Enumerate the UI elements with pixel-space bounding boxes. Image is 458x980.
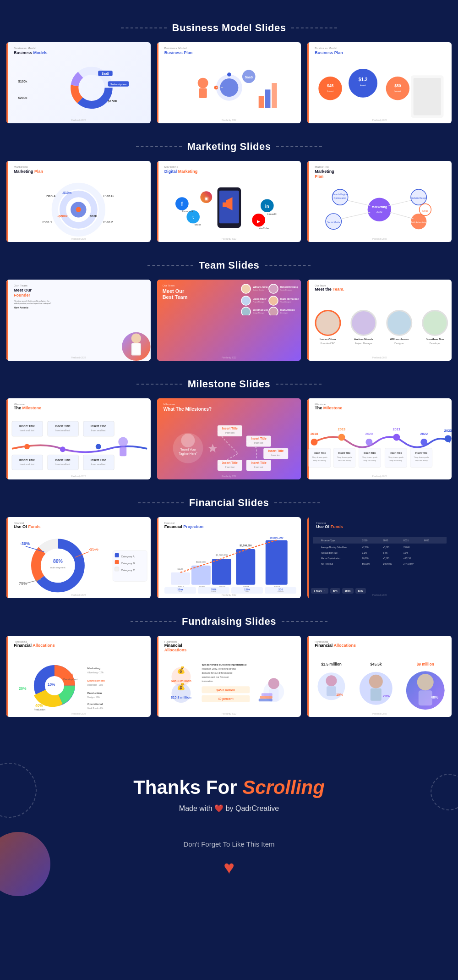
svg-text:SaaS: SaaS [245, 76, 253, 79]
svg-rect-128 [48, 421, 78, 436]
slide-ms-3[interactable]: Milestone The Milestone 2018 [307, 398, 452, 479]
svg-text:Lucas Oliver: Lucas Oliver [253, 297, 267, 300]
slide-ms-1[interactable]: Milestone The Milestone Insert Title Ins… [6, 398, 151, 479]
svg-text:3.1%: 3.1% [362, 552, 367, 554]
slide-title: The Milestone [315, 406, 446, 410]
svg-text:Help the family: Help the family [338, 460, 351, 462]
financial-grid: Financial Use Of Funds 80% main segment … [0, 517, 458, 603]
svg-text:Twitter: Twitter [193, 223, 201, 226]
svg-point-82 [131, 333, 141, 343]
business-model-grid: Business Model Business Models SaaS Subs… [0, 42, 458, 128]
svg-text:Insert small text: Insert small text [20, 463, 34, 466]
svg-text:8031: 8031 [403, 539, 409, 542]
slide-bm-2[interactable]: Business Model Business Plan SaaS [157, 42, 301, 123]
slide-title: Business Models [14, 50, 145, 55]
svg-text:services and our focus on: services and our focus on [202, 676, 229, 678]
svg-text:December - 12%: December - 12% [87, 684, 103, 686]
dashed-line-right [276, 384, 322, 385]
svg-text:+30,150: +30,150 [403, 557, 411, 560]
dashed-line-right [282, 621, 327, 622]
thankyou-plain: Thanks For [133, 776, 242, 798]
slide-mkt-3[interactable]: Marketing Marketing Plan Marketing 2022 … [307, 161, 452, 242]
svg-text:Social Media: Social Media [327, 221, 340, 224]
svg-rect-14 [199, 88, 207, 98]
svg-text:30%: 30% [65, 673, 73, 677]
svg-text:Lucas Oliver: Lucas Oliver [320, 337, 337, 340]
slide-fr-2[interactable]: Fundraising Financial Allocations 💰 $45.… [157, 636, 301, 717]
slide-bm-1[interactable]: Business Model Business Models SaaS Subs… [6, 42, 151, 123]
slide-team-2[interactable]: Our Team Meet Our Best Team William Jame… [157, 280, 301, 361]
founder-quote: "Creating a work that is useful and give… [14, 300, 55, 305]
slide-fin-1[interactable]: Financial Use Of Funds 80% main segment … [6, 517, 151, 598]
svg-text:Help the family: Help the family [390, 460, 403, 462]
svg-text:40%: 40% [35, 704, 43, 708]
slide-ms-2[interactable]: Milestone What The Milestones? "Insert Y… [157, 398, 301, 479]
svg-text:Net Revenue: Net Revenue [321, 563, 333, 565]
svg-text:$9 million: $9 million [417, 662, 434, 666]
svg-text:Category B: Category B [121, 562, 135, 565]
svg-text:$15.8 million: $15.8 million [171, 695, 191, 699]
svg-text:Insert Title: Insert Title [91, 425, 106, 428]
svg-text:Insert Title: Insert Title [55, 425, 71, 428]
svg-text:1.3%: 1.3% [403, 552, 408, 554]
svg-text:Project Manager: Project Manager [355, 341, 373, 344]
svg-text:8020: 8020 [383, 539, 388, 542]
svg-text:Robert Downing: Robert Downing [280, 286, 298, 288]
watermark: Pixellandy 2022 [222, 238, 236, 240]
svg-text:Project Manager: Project Manager [253, 301, 265, 303]
slide-title: Digital Marketing [164, 169, 296, 174]
dashed-line-right [265, 265, 311, 266]
slide-title: The Milestone [14, 406, 145, 410]
slide-fin-2[interactable]: Financial Financial Projection 2018 2019… [157, 517, 301, 598]
ms2-content: "Insert Your Tagline Here" Insert Title … [157, 418, 301, 477]
slide-mkt-1[interactable]: Marketing Marketing Plan Plan 4 Plan B P… [6, 161, 151, 242]
slide-team-1[interactable]: Our Team Meet Our Founder "Creating a wo… [6, 280, 151, 361]
svg-point-23 [319, 77, 342, 100]
slide-mkt-2[interactable]: Marketing Digital Marketing t Twitter f … [157, 161, 301, 242]
svg-text:$1.2: $1.2 [359, 77, 368, 82]
svg-text:560,000: 560,000 [362, 563, 370, 565]
watermark: Pixellandy 2022 [372, 119, 387, 121]
slide-fin-3[interactable]: Financial Use Of Funds Finance Type 2019… [307, 517, 452, 598]
svg-text:Insert Title: Insert Title [415, 451, 427, 454]
dashed-line-right [291, 28, 337, 28]
svg-text:Plan 4: Plan 4 [46, 194, 55, 198]
svg-point-149 [181, 434, 195, 447]
svg-text:$1.5 million: $1.5 million [321, 662, 342, 666]
svg-text:f: f [181, 200, 183, 207]
svg-rect-307 [419, 690, 432, 705]
slide-fr-1[interactable]: Fundraising Financial Allocations 30% De… [6, 636, 151, 717]
slide-fr-3[interactable]: Fundraising Financial Allocations $1.5 m… [307, 636, 452, 717]
svg-text:LinkedIn: LinkedIn [267, 213, 277, 215]
svg-text:6051: 6051 [424, 539, 430, 542]
svg-text:Search Engine: Search Engine [333, 193, 348, 196]
svg-text:▶: ▶ [257, 219, 260, 224]
svg-rect-292 [260, 696, 272, 699]
svg-text:$10k: $10k [90, 215, 97, 218]
section-header-marketing: Marketing Slides [0, 128, 458, 161]
svg-text:💰: 💰 [177, 683, 185, 691]
svg-text:Insert: Insert [327, 90, 334, 93]
svg-rect-291 [258, 699, 272, 701]
slide-bm-3[interactable]: Business Model Business Plan $45 Insert … [307, 42, 452, 123]
watermark: Pixellandy 2022 [372, 238, 387, 240]
svg-text:20%: 20% [383, 694, 390, 698]
watermark: Pixellandy 2022 [222, 475, 236, 478]
svg-text:Market Capitalization: Market Capitalization [321, 557, 340, 560]
svg-rect-16 [265, 90, 270, 108]
svg-text:Insert small text: Insert small text [20, 430, 34, 432]
svg-text:Advertising - 12%: Advertising - 12% [87, 672, 104, 674]
svg-text:Insert Title: Insert Title [251, 461, 266, 464]
slide-team-3[interactable]: Our Team Meet the Team. Lucas Oliver Fou… [307, 280, 452, 361]
svg-rect-137 [12, 455, 43, 470]
svg-text:Insert: Insert [360, 84, 367, 87]
svg-text:demand for our differentiated: demand for our differentiated [202, 672, 232, 674]
svg-text:They drawn goals: They drawn goals [362, 456, 377, 458]
watermark: Pixellandy 2022 [71, 357, 86, 359]
svg-text:in: in [265, 204, 269, 209]
svg-text:Insert Title: Insert Title [55, 458, 71, 462]
svg-point-168 [311, 439, 318, 446]
mkt1-chart: Plan 4 Plan B Plan 1 Plan 2 -$10m -$600k… [6, 176, 151, 239]
svg-text:Insert Title: Insert Title [222, 427, 238, 430]
svg-rect-17 [272, 83, 277, 108]
